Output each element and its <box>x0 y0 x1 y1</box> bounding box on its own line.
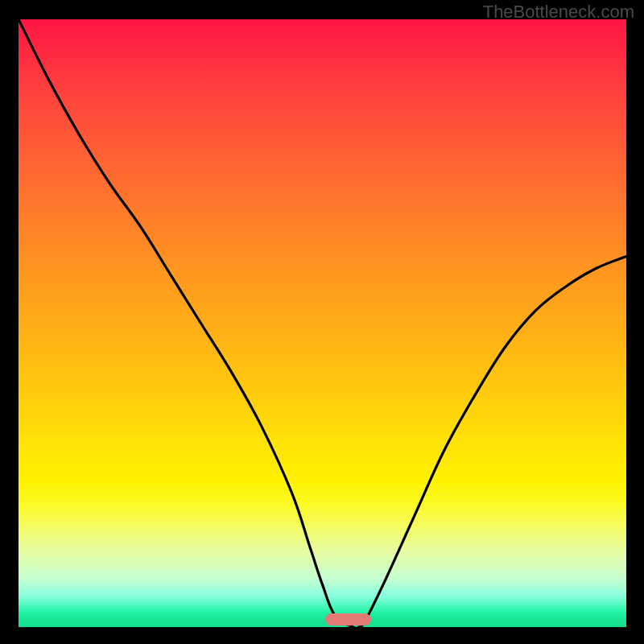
attribution-text: TheBottleneck.com <box>483 2 634 23</box>
curve-path <box>19 19 626 627</box>
plot-area <box>19 19 626 627</box>
chart-container: TheBottleneck.com <box>0 0 644 644</box>
bottleneck-curve <box>19 19 626 627</box>
minimum-marker <box>325 613 371 625</box>
